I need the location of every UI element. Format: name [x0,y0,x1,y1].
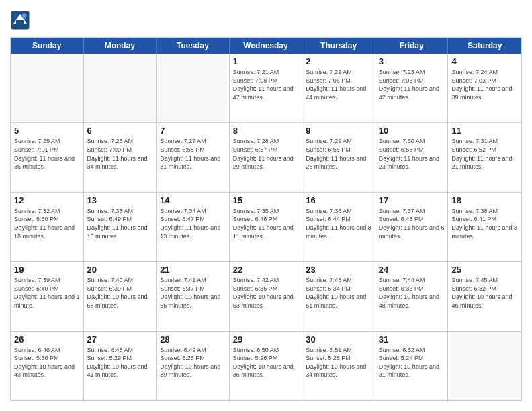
day-number: 6 [87,126,153,136]
calendar-cell-r1c1: 6Sunrise: 7:26 AM Sunset: 7:00 PM Daylig… [84,123,157,191]
weekday-header-thursday: Thursday [302,38,375,54]
day-number: 21 [160,265,226,275]
calendar-cell-r0c1 [84,54,157,122]
day-info: Sunrise: 7:40 AM Sunset: 6:39 PM Dayligh… [87,276,153,310]
day-info: Sunrise: 7:28 AM Sunset: 6:57 PM Dayligh… [233,137,299,171]
day-number: 24 [379,265,445,275]
calendar-cell-r3c2: 21Sunrise: 7:41 AM Sunset: 6:37 PM Dayli… [157,262,230,330]
calendar-cell-r1c4: 9Sunrise: 7:29 AM Sunset: 6:55 PM Daylig… [302,123,375,191]
calendar-row-0: 1Sunrise: 7:21 AM Sunset: 7:08 PM Daylig… [11,54,521,122]
calendar-row-2: 12Sunrise: 7:32 AM Sunset: 6:50 PM Dayli… [11,192,521,261]
calendar-cell-r3c1: 20Sunrise: 7:40 AM Sunset: 6:39 PM Dayli… [84,262,157,330]
svg-point-3 [21,13,27,19]
day-number: 13 [87,195,153,205]
calendar-cell-r2c2: 14Sunrise: 7:34 AM Sunset: 6:47 PM Dayli… [157,193,230,261]
svg-rect-2 [16,20,24,26]
day-number: 18 [451,195,518,205]
calendar-cell-r1c0: 5Sunrise: 7:25 AM Sunset: 7:01 PM Daylig… [11,123,84,191]
calendar-cell-r2c4: 16Sunrise: 7:36 AM Sunset: 6:44 PM Dayli… [302,193,375,261]
calendar-cell-r4c3: 29Sunrise: 6:50 AM Sunset: 5:26 PM Dayli… [230,332,303,400]
calendar-row-1: 5Sunrise: 7:25 AM Sunset: 7:01 PM Daylig… [11,122,521,191]
calendar-cell-r0c4: 2Sunrise: 7:22 AM Sunset: 7:06 PM Daylig… [302,54,375,122]
day-number: 29 [233,334,299,345]
calendar-row-4: 26Sunrise: 6:46 AM Sunset: 5:30 PM Dayli… [11,331,521,400]
day-info: Sunrise: 7:38 AM Sunset: 6:41 PM Dayligh… [451,207,518,240]
day-info: Sunrise: 7:31 AM Sunset: 6:52 PM Dayligh… [451,137,518,171]
calendar-row-3: 19Sunrise: 7:39 AM Sunset: 6:40 PM Dayli… [11,261,521,330]
calendar-cell-r0c5: 3Sunrise: 7:23 AM Sunset: 7:05 PM Daylig… [375,54,449,122]
calendar-cell-r4c5: 31Sunrise: 6:52 AM Sunset: 5:24 PM Dayli… [375,332,449,400]
calendar-cell-r4c4: 30Sunrise: 6:51 AM Sunset: 5:25 PM Dayli… [302,332,375,400]
day-number: 26 [14,334,80,345]
logo-icon [10,10,30,30]
day-info: Sunrise: 7:37 AM Sunset: 6:43 PM Dayligh… [379,207,445,240]
weekday-header-sunday: Sunday [11,38,84,54]
day-info: Sunrise: 7:35 AM Sunset: 6:46 PM Dayligh… [233,207,299,240]
day-info: Sunrise: 7:34 AM Sunset: 6:47 PM Dayligh… [160,207,226,240]
day-info: Sunrise: 6:50 AM Sunset: 5:26 PM Dayligh… [233,346,299,379]
day-number: 5 [14,126,80,136]
day-info: Sunrise: 7:32 AM Sunset: 6:50 PM Dayligh… [14,207,80,240]
day-number: 15 [233,195,299,205]
day-number: 3 [379,56,445,66]
day-number: 25 [451,265,518,275]
calendar-cell-r3c4: 23Sunrise: 7:43 AM Sunset: 6:34 PM Dayli… [302,262,375,330]
day-number: 14 [160,195,226,205]
calendar-cell-r3c5: 24Sunrise: 7:44 AM Sunset: 6:33 PM Dayli… [375,262,449,330]
day-info: Sunrise: 7:25 AM Sunset: 7:01 PM Dayligh… [14,137,80,171]
calendar-cell-r3c3: 22Sunrise: 7:42 AM Sunset: 6:36 PM Dayli… [230,262,303,330]
day-number: 12 [14,195,80,205]
day-info: Sunrise: 7:45 AM Sunset: 6:32 PM Dayligh… [451,276,518,310]
calendar-cell-r4c6 [448,332,521,400]
day-info: Sunrise: 6:46 AM Sunset: 5:30 PM Dayligh… [14,346,80,379]
day-number: 28 [160,334,226,345]
day-info: Sunrise: 7:33 AM Sunset: 6:49 PM Dayligh… [87,207,153,240]
day-number: 16 [306,195,371,205]
day-info: Sunrise: 6:52 AM Sunset: 5:24 PM Dayligh… [379,346,445,379]
day-info: Sunrise: 6:49 AM Sunset: 5:28 PM Dayligh… [160,346,226,379]
day-number: 31 [379,334,445,345]
calendar-header: SundayMondayTuesdayWednesdayThursdayFrid… [11,38,521,54]
day-info: Sunrise: 7:30 AM Sunset: 6:53 PM Dayligh… [379,137,445,171]
page: SundayMondayTuesdayWednesdayThursdayFrid… [0,0,532,411]
day-number: 10 [379,126,445,136]
calendar-cell-r3c0: 19Sunrise: 7:39 AM Sunset: 6:40 PM Dayli… [11,262,84,330]
calendar-cell-r1c6: 11Sunrise: 7:31 AM Sunset: 6:52 PM Dayli… [448,123,521,191]
calendar-cell-r2c0: 12Sunrise: 7:32 AM Sunset: 6:50 PM Dayli… [11,193,84,261]
day-info: Sunrise: 7:36 AM Sunset: 6:44 PM Dayligh… [306,207,371,240]
header [10,10,522,30]
day-info: Sunrise: 7:39 AM Sunset: 6:40 PM Dayligh… [14,276,80,310]
weekday-header-tuesday: Tuesday [157,38,230,54]
day-number: 8 [233,126,299,136]
weekday-header-saturday: Saturday [448,38,521,54]
calendar-cell-r0c2 [157,54,230,122]
calendar-cell-r1c2: 7Sunrise: 7:27 AM Sunset: 6:58 PM Daylig… [157,123,230,191]
day-number: 22 [233,265,299,275]
calendar-body: 1Sunrise: 7:21 AM Sunset: 7:08 PM Daylig… [11,54,521,400]
calendar-cell-r2c5: 17Sunrise: 7:37 AM Sunset: 6:43 PM Dayli… [375,193,449,261]
day-info: Sunrise: 7:44 AM Sunset: 6:33 PM Dayligh… [379,276,445,310]
day-info: Sunrise: 7:21 AM Sunset: 7:08 PM Dayligh… [233,68,299,101]
weekday-header-wednesday: Wednesday [230,38,303,54]
calendar-cell-r0c0 [11,54,84,122]
day-info: Sunrise: 7:29 AM Sunset: 6:55 PM Dayligh… [306,137,371,171]
day-number: 27 [87,334,153,345]
logo [10,10,32,30]
day-info: Sunrise: 6:48 AM Sunset: 5:29 PM Dayligh… [87,346,153,379]
day-number: 17 [379,195,445,205]
calendar-cell-r1c5: 10Sunrise: 7:30 AM Sunset: 6:53 PM Dayli… [375,123,449,191]
calendar-cell-r2c3: 15Sunrise: 7:35 AM Sunset: 6:46 PM Dayli… [230,193,303,261]
calendar-cell-r4c0: 26Sunrise: 6:46 AM Sunset: 5:30 PM Dayli… [11,332,84,400]
day-info: Sunrise: 6:51 AM Sunset: 5:25 PM Dayligh… [306,346,371,379]
calendar-cell-r4c2: 28Sunrise: 6:49 AM Sunset: 5:28 PM Dayli… [157,332,230,400]
day-info: Sunrise: 7:23 AM Sunset: 7:05 PM Dayligh… [379,68,445,101]
day-number: 9 [306,126,371,136]
day-number: 11 [451,126,518,136]
calendar: SundayMondayTuesdayWednesdayThursdayFrid… [10,37,522,401]
day-info: Sunrise: 7:24 AM Sunset: 7:03 PM Dayligh… [451,68,518,101]
calendar-cell-r2c6: 18Sunrise: 7:38 AM Sunset: 6:41 PM Dayli… [448,193,521,261]
day-info: Sunrise: 7:43 AM Sunset: 6:34 PM Dayligh… [306,276,371,310]
calendar-cell-r2c1: 13Sunrise: 7:33 AM Sunset: 6:49 PM Dayli… [84,193,157,261]
day-number: 23 [306,265,371,275]
day-number: 1 [233,56,299,66]
